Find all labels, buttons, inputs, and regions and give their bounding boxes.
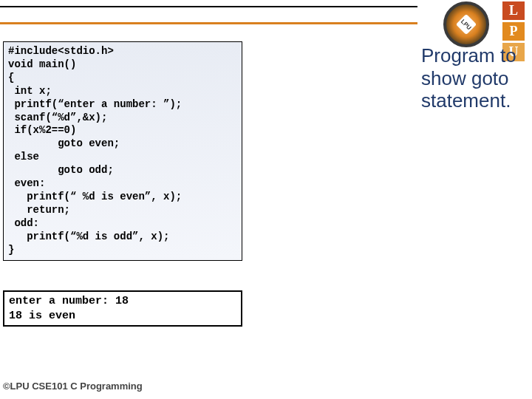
side-block-l: L [502, 1, 525, 20]
footer-text: ©LPU CSE101 C Programming [3, 381, 143, 392]
output-box: enter a number: 18 18 is even [3, 290, 242, 327]
top-rule-orange [0, 22, 417, 24]
side-block-p: P [502, 22, 525, 41]
logo-monogram: LPU [456, 14, 477, 35]
code-text: #include<stdio.h> void main() { int x; p… [8, 45, 237, 257]
logo-seal: LPU [443, 1, 489, 47]
description-text: Program to show goto statement. [421, 44, 525, 112]
output-text: enter a number: 18 18 is even [9, 294, 236, 323]
code-box: #include<stdio.h> void main() { int x; p… [3, 41, 242, 261]
top-rule-thin [0, 6, 417, 7]
